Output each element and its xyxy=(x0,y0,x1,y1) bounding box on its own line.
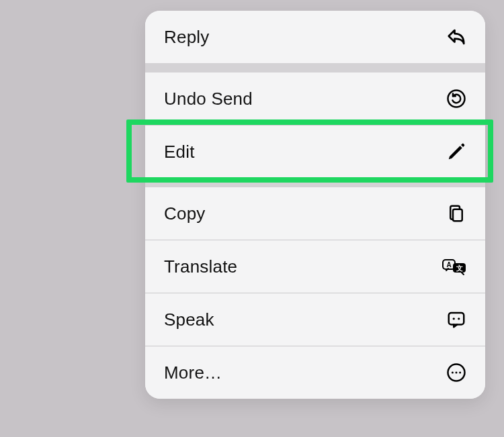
svg-point-11 xyxy=(456,372,458,374)
pencil-icon xyxy=(446,142,466,162)
svg-rect-1 xyxy=(453,209,462,222)
svg-rect-6 xyxy=(449,313,464,325)
context-menu: Reply Undo Send Edit Copy xyxy=(145,11,485,399)
menu-item-label: Translate xyxy=(164,256,237,277)
menu-item-speak[interactable]: Speak xyxy=(145,293,485,346)
menu-section-gap xyxy=(145,63,485,72)
menu-item-reply[interactable]: Reply xyxy=(145,11,485,63)
svg-text:文: 文 xyxy=(456,264,463,272)
svg-point-10 xyxy=(452,372,454,374)
menu-item-undo-send[interactable]: Undo Send xyxy=(145,72,485,125)
menu-item-label: Copy xyxy=(164,203,206,224)
menu-item-label: More… xyxy=(164,362,222,383)
menu-item-edit[interactable]: Edit xyxy=(145,126,485,178)
menu-item-label: Undo Send xyxy=(164,89,253,109)
copy-icon xyxy=(446,203,466,224)
svg-point-7 xyxy=(453,318,455,320)
speak-icon xyxy=(446,309,466,330)
svg-text:A: A xyxy=(446,261,451,269)
menu-item-translate[interactable]: Translate A 文 xyxy=(145,240,485,293)
menu-item-label: Speak xyxy=(164,309,214,330)
svg-point-0 xyxy=(448,91,465,107)
svg-point-8 xyxy=(458,318,460,320)
menu-item-more[interactable]: More… xyxy=(145,346,485,399)
svg-point-12 xyxy=(459,372,461,374)
menu-item-label: Reply xyxy=(164,27,209,48)
menu-section-gap xyxy=(145,178,485,187)
undo-icon xyxy=(446,89,466,109)
menu-item-copy[interactable]: Copy xyxy=(145,187,485,240)
reply-icon xyxy=(446,27,466,47)
menu-item-label: Edit xyxy=(164,142,195,162)
translate-icon: A 文 xyxy=(442,256,466,277)
more-icon xyxy=(446,362,466,383)
